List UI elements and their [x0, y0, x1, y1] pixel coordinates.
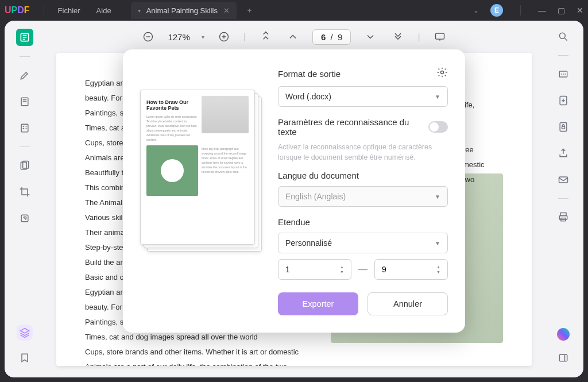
range-to-input[interactable]: 9 ▲▼	[374, 259, 448, 280]
export-dialog: How to Draw Our Favorite Pets Lorem ipsu…	[123, 49, 465, 333]
format-select[interactable]: Word (.docx)▼	[278, 86, 448, 107]
page-preview: How to Draw Our Favorite Pets Lorem ipsu…	[140, 90, 261, 256]
export-button[interactable]: Exporter	[278, 292, 358, 315]
cancel-button[interactable]: Annuler	[368, 292, 448, 315]
range-from-input[interactable]: 1 ▲▼	[278, 259, 351, 280]
range-select[interactable]: Personnalisé▼	[278, 233, 448, 253]
ocr-label: Paramètres de reconnaissance du texte	[278, 117, 428, 137]
language-select[interactable]: English (Anglais)▼	[278, 186, 448, 207]
ocr-help-text: Activez la reconnaissance optique de car…	[278, 142, 448, 163]
language-label: Langue du document	[278, 171, 448, 180]
svg-point-19	[441, 71, 444, 74]
range-label: Etendue	[278, 217, 448, 227]
settings-icon[interactable]	[436, 67, 448, 80]
format-label: Format de sortie	[278, 69, 341, 79]
ocr-toggle[interactable]	[428, 121, 448, 133]
